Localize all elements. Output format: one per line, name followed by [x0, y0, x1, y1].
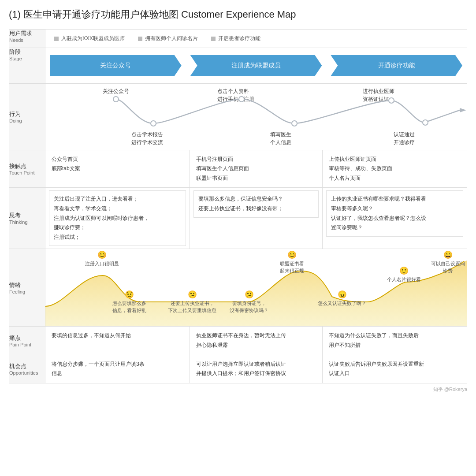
opportunity-label-zh: 机会点	[9, 362, 45, 370]
feeling-emoji-7: 🙂	[387, 266, 421, 276]
feeling-label-2: 😟 怎么要填那么多信息，看着好乱	[112, 290, 146, 314]
feeling-label-3: 😕 还要上传执业证书，下次上传又要重填信息	[168, 290, 216, 314]
feeling-emoji-1: 😊	[85, 250, 119, 260]
stage-row: 阶段 Stage 关注公众号 注册成为联盟成员 开通诊疗功能	[9, 48, 467, 84]
journey-path	[116, 99, 460, 123]
opportunity-col3: 认证失败后告诉用户失败原因并设置重新认证入口	[322, 355, 467, 383]
journey-node-2	[151, 121, 156, 126]
journey-svg	[45, 84, 469, 150]
need-text-2: 拥有医师个人问诊名片	[145, 35, 198, 42]
watermark-area: 知乎 @Rokerya	[9, 386, 467, 393]
stage-label-en: Stage	[9, 56, 45, 61]
doing-content: 关注公众号 点击个人资料进行手机号注册 进行执业医师资格证认证 点击学术报告进行…	[45, 83, 467, 150]
thinking-header: 思考 Thinking	[9, 188, 45, 249]
opportunity-label-en: Opportunities	[9, 370, 45, 376]
opportunity-col1: 将信息分步骤，一个页面只让用户填3条信息	[45, 355, 190, 383]
journey-node-3	[239, 97, 244, 102]
cem-table: 用户需求 Needs 入驻成为XXX联盟成员医师 拥有医师个人问诊名片 开启患	[9, 29, 467, 383]
opportunity-row: 机会点 Opportunities 将信息分步骤，一个页面只让用户填3条信息 可…	[9, 355, 467, 383]
doing-label-zh: 行为	[9, 110, 45, 118]
needs-items: 入驻成为XXX联盟成员医师 拥有医师个人问诊名片 开启患者诊疗功能	[45, 30, 467, 48]
feeling-label-8: 😄 可以自己设置问诊费	[429, 250, 467, 274]
touchpoint-text-3: 上传执业医师证页面审核等待、成功、失败页面个人名片页面	[329, 156, 392, 181]
journey-area: 关注公众号 点击个人资料进行手机号注册 进行执业医师资格证认证 点击学术报告进行…	[45, 84, 467, 150]
need-text-3: 开启患者诊疗功能	[218, 35, 260, 42]
painpoint-header: 痛点 Pain Point	[9, 327, 45, 355]
touchpoint-label-en: Touch Point	[9, 170, 45, 175]
thinking-label-zh: 思考	[9, 212, 45, 219]
feeling-header: 情绪 Feeling	[9, 249, 45, 327]
feeling-content: 😊 注册入口很明显 😟 怎么要填那么多信息，看着好乱 😕 还要上传执业证书，下次…	[45, 249, 467, 327]
thinking-box-2: 要填那么多信息，保证信息安全吗？还要上传执业证书，我好像没有带；	[193, 190, 318, 217]
painpoint-label-en: Pain Point	[9, 342, 45, 347]
need-item-2: 拥有医师个人问诊名片	[138, 35, 198, 42]
journey-node-1	[113, 97, 119, 102]
need-icon-1	[54, 37, 59, 41]
opportunity-col2: 可以让用户选择立即认证或者稍后认证并提供入口提示；和用户签订保密协议	[190, 355, 322, 383]
painpoint-text-3: 不知道为什么认证失败了，而且失败后用户不知所措	[329, 332, 419, 348]
need-item-3: 开启患者诊疗功能	[211, 35, 260, 42]
opportunity-text-1: 将信息分步骤，一个页面只让用户填3条信息	[52, 361, 145, 377]
feeling-label-5: 😊 联盟证书看起来很正规	[280, 250, 304, 274]
need-icon-3	[211, 37, 216, 41]
feeling-label-7: 🙂 个人名片很好看	[387, 266, 421, 283]
stage-label-zh: 阶段	[9, 48, 45, 56]
needs-header: 用户需求 Needs	[9, 30, 45, 48]
stage-arrow-2: 注册成为联盟成员	[190, 55, 322, 76]
journey-node-5	[389, 98, 394, 103]
journey-node-6	[423, 120, 428, 125]
feeling-emoji-3: 😕	[168, 290, 216, 300]
feeling-label-en: Feeling	[9, 289, 45, 294]
doing-header: 行为 Doing	[9, 83, 45, 150]
stage-content: 关注公众号 注册成为联盟成员 开通诊疗功能	[45, 48, 467, 84]
painpoint-text-2: 执业医师证书不在身边，暂时无法上传担心隐私泄露	[196, 332, 286, 348]
feeling-emoji-4: 😕	[230, 290, 268, 300]
page-container: (1) 医生申请开通诊疗功能用户体验地图 Customer Experience…	[0, 0, 476, 401]
feeling-label-zh: 情绪	[9, 281, 45, 289]
feeling-emoji-8: 😄	[429, 250, 467, 260]
needs-row: 用户需求 Needs 入驻成为XXX联盟成员医师 拥有医师个人问诊名片 开启患	[9, 30, 467, 48]
painpoint-col1: 要填的信息过多，不知道从何开始	[45, 327, 190, 355]
journey-node-4	[292, 121, 297, 126]
feeling-emoji-5: 😊	[280, 250, 304, 260]
thinking-label-en: Thinking	[9, 219, 45, 225]
touchpoint-row: 接触点 Touch Point 公众号首页底部tab文案 手机号注册页面填写医生…	[9, 150, 467, 188]
feeling-chart: 😊 注册入口很明显 😟 怎么要填那么多信息，看着好乱 😕 还要上传执业证书，下次…	[45, 249, 467, 326]
stage-arrows: 关注公众号 注册成为联盟成员 开通诊疗功能	[45, 48, 467, 83]
touchpoint-col3: 上传执业医师证页面审核等待、成功、失败页面个人名片页面	[322, 150, 467, 188]
painpoint-row: 痛点 Pain Point 要填的信息过多，不知道从何开始 执业医师证书不在身边…	[9, 327, 467, 355]
thinking-box-3: 上传的执业证书有哪些要求呢？我得看看审核要等多久呢？认证好了，我该怎么查看患者呢…	[326, 190, 463, 236]
need-item-1: 入驻成为XXX联盟成员医师	[54, 35, 125, 42]
thinking-row: 思考 Thinking 关注后出现了注册入口，进去看看；再看看文章，学术交流；注…	[9, 188, 467, 249]
feeling-label-1: 😊 注册入口很明显	[85, 250, 119, 267]
thinking-col2: 要填那么多信息，保证信息安全吗？还要上传执业证书，我好像没有带；	[190, 188, 322, 249]
stage-arrow-1: 关注公众号	[50, 55, 182, 76]
painpoint-text-1: 要填的信息过多，不知道从何开始	[52, 332, 131, 338]
painpoint-col3: 不知道为什么认证失败了，而且失败后用户不知所措	[322, 327, 467, 355]
touchpoint-label-zh: 接触点	[9, 162, 45, 170]
painpoint-label-zh: 痛点	[9, 334, 45, 342]
touchpoint-col1: 公众号首页底部tab文案	[45, 150, 190, 188]
doing-label-en: Doing	[9, 118, 45, 123]
feeling-emoji-6: 😠	[318, 290, 366, 300]
journey-arrow	[460, 108, 466, 112]
touchpoint-text-2: 手机号注册页面填写医生个人信息页面联盟证书页面	[196, 156, 249, 181]
needs-label-zh: 用户需求	[9, 30, 45, 37]
touchpoint-text-1: 公众号首页底部tab文案	[52, 156, 80, 172]
feeling-label-4: 😕 要填身份证号，没有保密协议吗？	[230, 290, 268, 314]
feeling-row: 情绪 Feeling	[9, 249, 467, 327]
need-text-1: 入驻成为XXX联盟成员医师	[61, 35, 125, 42]
touchpoint-col2: 手机号注册页面填写医生个人信息页面联盟证书页面	[190, 150, 322, 188]
stage-header: 阶段 Stage	[9, 48, 45, 84]
painpoint-col2: 执业医师证书不在身边，暂时无法上传担心隐私泄露	[190, 327, 322, 355]
main-title: (1) 医生申请开通诊疗功能用户体验地图 Customer Experience…	[9, 8, 467, 21]
thinking-box-1: 关注后出现了注册入口，进去看看；再看看文章，学术交流；注册成为认证医师可以闲暇时…	[49, 190, 186, 246]
needs-label-en: Needs	[9, 37, 45, 43]
stage-arrow-3: 开通诊疗功能	[331, 55, 462, 76]
doing-row: 行为 Doing 关注公众号 点击个人资料进行手机号注册 进行执业医师资格证认证…	[9, 83, 467, 150]
opportunity-header: 机会点 Opportunities	[9, 355, 45, 383]
opportunity-text-2: 可以让用户选择立即认证或者稍后认证并提供入口提示；和用户签订保密协议	[196, 361, 286, 377]
feeling-label-6: 😠 怎么又认证失败了啊？	[318, 290, 366, 307]
thinking-col1: 关注后出现了注册入口，进去看看；再看看文章，学术交流；注册成为认证医师可以闲暇时…	[45, 188, 190, 249]
thinking-col3: 上传的执业证书有哪些要求呢？我得看看审核要等多久呢？认证好了，我该怎么查看患者呢…	[322, 188, 467, 249]
